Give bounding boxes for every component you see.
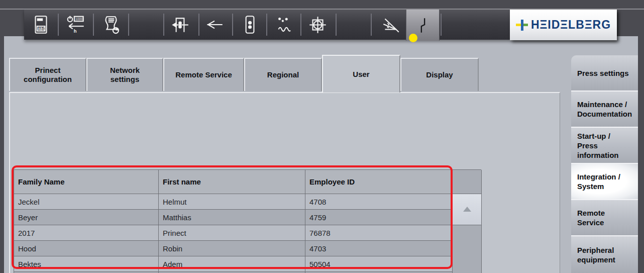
tab-label: User [353, 70, 369, 79]
toolbar-separator [58, 14, 59, 36]
tab-regional[interactable]: Regional [244, 58, 322, 91]
triangle-up-icon [462, 206, 472, 213]
cell-employee-id: 4708 [305, 194, 453, 210]
toolbar-separator [441, 14, 442, 36]
tab-label: Network settings [96, 66, 153, 84]
toolbar-separator [232, 14, 233, 36]
cell-employee-id: 76878 [305, 225, 453, 241]
sidebar-item-integration-system[interactable]: Integration / System [571, 164, 638, 200]
sidebar-item-remote-service[interactable]: Remote Service [571, 200, 638, 236]
counter-reset-button[interactable]: 1000 h [62, 11, 90, 39]
sidebar-item-label: Maintenance / [577, 100, 638, 109]
counter-abc-icon: ABC [30, 14, 51, 35]
column-header-family-name[interactable]: Family Name [14, 170, 159, 194]
cell-family-name: Bektes [14, 256, 159, 272]
heidelberg-cross-icon [516, 19, 528, 31]
sidebar-item-peripheral-equipment[interactable]: Peripheral equipment [571, 236, 638, 273]
sidebar-item-label: Integration / [577, 172, 638, 181]
status-indicator-dot [409, 34, 417, 42]
cell-first-name: Matthias [159, 210, 305, 225]
toolbar-separator [266, 14, 267, 36]
table-header-row: Family Name First name Employee ID [14, 170, 481, 194]
counter-abc-button[interactable]: ABC [27, 11, 55, 39]
cell-family-name: Beyer [14, 210, 159, 225]
empty-toolbar-slot [339, 11, 367, 39]
cell-first-name: Robin [159, 241, 305, 256]
sidebar-item-label: System [577, 181, 638, 191]
sidebar-item-press-settings[interactable]: Press settings [571, 55, 638, 92]
powder-spray-button[interactable] [377, 11, 405, 39]
scrollbar-header-cell [453, 170, 482, 194]
table-scrollbar [453, 170, 482, 273]
application-window: ABC 1000 h [0, 0, 644, 273]
powder-spray-icon [380, 14, 401, 35]
sidebar-item-label: Remote [577, 208, 638, 218]
tab-remote-service[interactable]: Remote Service [163, 58, 244, 91]
toolbar-separator [300, 14, 301, 36]
svg-text:h: h [74, 28, 77, 34]
column-header-first-name[interactable]: First name [159, 170, 305, 194]
svg-text:1000: 1000 [75, 17, 83, 21]
job-time-icon [100, 14, 122, 35]
table-row[interactable]: Beyer Matthias 4759 [14, 210, 481, 225]
sidebar-item-label: Peripheral [577, 245, 638, 255]
step-line-icon [412, 15, 434, 36]
sidebar-item-label: Press settings [577, 68, 638, 78]
table-row[interactable]: Jeckel Helmut 4708 [14, 194, 481, 210]
counter-reset-icon: 1000 h [65, 14, 86, 35]
gripper-icon [239, 14, 260, 35]
washup-icon [273, 14, 294, 35]
user-table: Family Name First name Employee ID Jecke… [14, 169, 481, 273]
cell-first-name: Adem [159, 256, 305, 272]
settings-sidebar: Press settings Maintenance / Documentati… [571, 55, 638, 273]
toolbar-separator [128, 14, 129, 36]
toolbar-separator [163, 14, 164, 36]
toolbar-separator [336, 14, 337, 36]
sheet-travel-button[interactable] [200, 11, 229, 39]
register-icon [307, 14, 328, 35]
svg-text:ABC: ABC [38, 27, 45, 31]
system-settings-button[interactable] [406, 10, 440, 41]
sheet-infeed-button[interactable] [166, 11, 194, 39]
sidebar-item-label: Press information [577, 141, 638, 160]
tab-network-settings[interactable]: Network settings [86, 58, 163, 91]
cell-family-name: 2017 [14, 225, 159, 241]
sidebar-item-label: equipment [577, 255, 638, 264]
tab-user[interactable]: User [322, 55, 400, 93]
tab-prinect-configuration[interactable]: Prinect configuration [9, 58, 86, 91]
tab-label: Remote Service [175, 70, 232, 79]
washup-button[interactable] [270, 11, 298, 39]
sheet-travel-icon [204, 14, 225, 35]
toolbar-separator [371, 14, 372, 36]
toolbar-separator [198, 14, 199, 36]
sidebar-item-label: Documentation [577, 109, 638, 119]
table-row[interactable]: Bektes Adem 50504 [14, 256, 481, 272]
tab-label: Regional [267, 70, 299, 79]
column-header-employee-id[interactable]: Employee ID [305, 170, 453, 194]
table-row[interactable]: Hood Robin 4703 [14, 241, 481, 256]
cell-employee-id: 50504 [305, 256, 453, 272]
brand-panel: HΞIDΞLBΞRG [510, 10, 617, 40]
cell-first-name: Helmut [159, 194, 305, 210]
gripper-button[interactable] [236, 11, 264, 39]
tab-display[interactable]: Display [400, 58, 479, 91]
empty-toolbar-slot [132, 11, 160, 39]
tab-label: Display [426, 70, 453, 79]
sheet-infeed-icon [169, 14, 190, 35]
cell-family-name: Hood [14, 241, 159, 256]
cell-first-name: Prinect [159, 225, 305, 241]
brand-logo-text: HΞIDΞLBΞRG [531, 18, 611, 32]
job-time-button[interactable] [97, 11, 125, 39]
sidebar-item-label: Service [577, 218, 638, 227]
scrollbar-track[interactable] [453, 225, 482, 273]
cell-family-name: Jeckel [14, 194, 159, 210]
table-row[interactable]: 2017 Prinect 76878 [14, 225, 481, 241]
register-button[interactable] [303, 11, 332, 39]
scroll-up-button[interactable] [453, 194, 482, 225]
sidebar-item-label: Start-up / [577, 131, 638, 141]
sidebar-item-startup-press-information[interactable]: Start-up / Press information [571, 128, 638, 164]
cell-employee-id: 4759 [305, 210, 453, 225]
sidebar-item-maintenance-documentation[interactable]: Maintenance / Documentation [571, 92, 638, 128]
toolbar-separator [93, 14, 94, 36]
cell-employee-id: 4703 [305, 241, 453, 256]
